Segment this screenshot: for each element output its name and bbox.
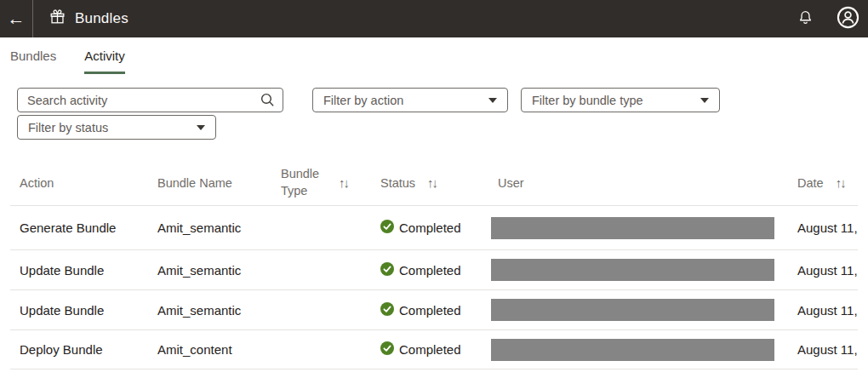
filter-by-bundle-type-dropdown[interactable]: Filter by bundle type xyxy=(521,88,720,112)
status-label: Completed xyxy=(399,220,461,235)
status-label: Completed xyxy=(399,303,461,318)
topbar-actions xyxy=(795,0,861,37)
bundle-name-cell: Amit_semantic xyxy=(157,303,281,318)
avatar-icon xyxy=(837,6,859,32)
user-redacted-bar xyxy=(491,217,774,239)
filter-by-action-dropdown[interactable]: Filter by action xyxy=(312,88,508,112)
status-cell: Completed xyxy=(380,220,491,236)
sort-icon[interactable]: ↑↓ xyxy=(427,175,437,190)
table-row[interactable]: Generate Bundle Amit_semantic Completed … xyxy=(10,205,858,249)
bundle-name-cell: Amit_semantic xyxy=(157,220,281,235)
user-cell xyxy=(491,217,787,239)
bundles-activity-page: ← Bundles xyxy=(0,0,868,378)
date-cell: August 11, xyxy=(787,220,858,235)
status-label: Completed xyxy=(399,342,461,357)
action-cell: Update Bundle xyxy=(10,303,157,318)
top-app-bar: ← Bundles xyxy=(0,0,868,37)
bell-icon xyxy=(797,9,814,29)
bundles-gift-icon xyxy=(49,9,66,29)
activity-table: Action Bundle Name Bundle Type ↑↓ Status… xyxy=(10,160,858,369)
status-success-icon xyxy=(380,262,394,278)
back-button[interactable]: ← xyxy=(0,0,32,37)
table-row[interactable]: Update Bundle Amit_semantic Completed Au… xyxy=(10,249,858,289)
search-input[interactable] xyxy=(17,88,283,112)
user-redacted-bar xyxy=(491,339,774,361)
filter-status-label: Filter by status xyxy=(28,121,108,135)
column-label: Bundle Type xyxy=(281,166,327,199)
chevron-down-icon xyxy=(197,125,205,130)
column-label: User xyxy=(498,176,524,190)
date-cell: August 11, xyxy=(787,342,858,357)
column-header-bundle-type: Bundle Type ↑↓ xyxy=(281,166,380,199)
tab-bundles[interactable]: Bundles xyxy=(10,49,56,74)
column-label: Bundle Name xyxy=(157,176,232,190)
table-header-row: Action Bundle Name Bundle Type ↑↓ Status… xyxy=(10,160,858,205)
status-cell: Completed xyxy=(380,262,491,278)
date-cell: August 11, xyxy=(787,303,858,318)
action-cell: Update Bundle xyxy=(10,263,157,278)
account-button[interactable] xyxy=(835,4,861,33)
filter-action-label: Filter by action xyxy=(323,94,403,107)
action-cell: Deploy Bundle xyxy=(10,342,157,357)
chevron-down-icon xyxy=(488,98,497,103)
status-label: Completed xyxy=(399,263,461,278)
search-activity-field xyxy=(17,88,283,112)
column-label: Action xyxy=(20,176,54,190)
bundle-name-cell: Amit_semantic xyxy=(157,263,281,278)
table-row[interactable]: Update Bundle Amit_semantic Completed Au… xyxy=(10,289,858,329)
status-success-icon xyxy=(380,341,394,358)
notifications-button[interactable] xyxy=(795,7,816,31)
user-redacted-bar xyxy=(491,299,774,321)
tab-activity[interactable]: Activity xyxy=(84,49,125,74)
column-header-status: Status ↑↓ xyxy=(380,175,491,190)
status-success-icon xyxy=(380,220,394,236)
column-label: Status xyxy=(380,176,415,190)
column-header-bundle-name: Bundle Name xyxy=(157,176,281,190)
user-cell xyxy=(491,339,787,361)
status-cell: Completed xyxy=(380,341,491,358)
column-header-action: Action xyxy=(10,176,157,190)
filter-bar: Filter by action Filter by bundle type F… xyxy=(17,88,858,140)
table-row[interactable]: Deploy Bundle Amit_content Completed Aug… xyxy=(10,329,858,369)
sort-icon[interactable]: ↑↓ xyxy=(836,175,845,190)
app-identity: Bundles xyxy=(33,9,128,29)
status-success-icon xyxy=(380,302,394,318)
date-cell: August 11, xyxy=(787,263,858,278)
search-icon[interactable] xyxy=(260,92,276,112)
chevron-down-icon xyxy=(700,98,709,103)
sort-icon[interactable]: ↑↓ xyxy=(339,175,348,190)
user-cell xyxy=(491,259,787,281)
column-header-user: User xyxy=(491,176,787,190)
column-label: Date xyxy=(797,176,824,190)
page-title: Bundles xyxy=(75,10,128,27)
user-redacted-bar xyxy=(491,259,774,281)
filter-bundle-type-label: Filter by bundle type xyxy=(532,94,643,107)
status-cell: Completed xyxy=(380,302,491,318)
column-header-date: Date ↑↓ xyxy=(787,175,858,190)
bundle-name-cell: Amit_content xyxy=(157,342,281,357)
filter-by-status-dropdown[interactable]: Filter by status xyxy=(17,115,216,140)
action-cell: Generate Bundle xyxy=(10,220,157,235)
user-cell xyxy=(491,299,787,321)
tab-bar: Bundles Activity xyxy=(0,37,868,74)
